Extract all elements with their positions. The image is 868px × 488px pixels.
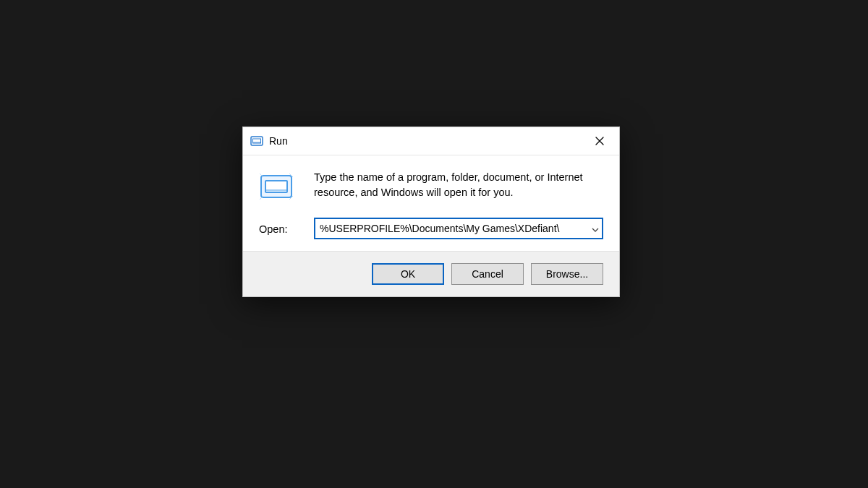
open-input[interactable] xyxy=(314,218,603,239)
dialog-title: Run xyxy=(269,135,288,147)
cancel-button[interactable]: Cancel xyxy=(451,263,524,285)
open-combobox[interactable] xyxy=(314,218,603,239)
open-label: Open: xyxy=(259,222,301,235)
run-icon-large xyxy=(259,171,294,202)
ok-button[interactable]: OK xyxy=(372,263,444,285)
dialog-body: Type the name of a program, folder, docu… xyxy=(243,155,619,251)
browse-button[interactable]: Browse... xyxy=(531,263,603,285)
button-row: OK Cancel Browse... xyxy=(243,251,619,296)
close-icon xyxy=(595,137,604,145)
close-button[interactable] xyxy=(583,130,616,152)
titlebar: Run xyxy=(243,127,619,155)
svg-rect-3 xyxy=(265,181,287,192)
dialog-description: Type the name of a program, folder, docu… xyxy=(314,170,603,200)
run-dialog: Run Type the name of a program, folder, … xyxy=(242,127,620,297)
run-icon xyxy=(250,134,263,147)
